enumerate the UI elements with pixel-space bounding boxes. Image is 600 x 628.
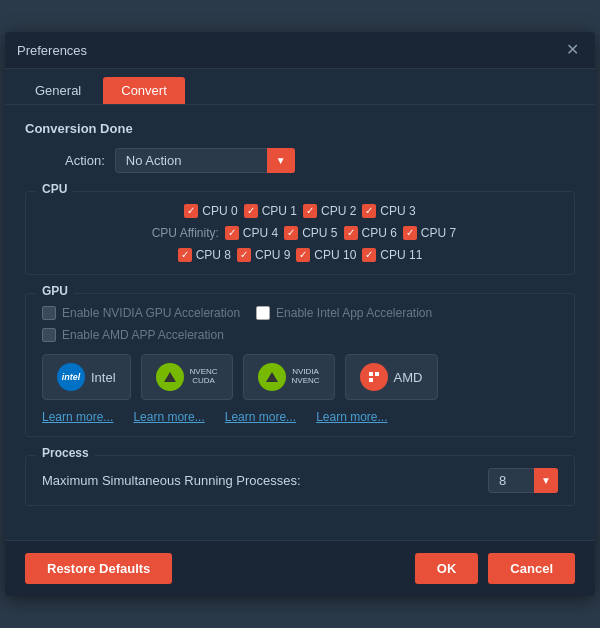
- ok-button[interactable]: OK: [415, 553, 479, 584]
- cpu-7-label: CPU 7: [421, 226, 456, 240]
- cpu-3-item: CPU 3: [362, 204, 415, 218]
- gpu-card-nvenc-cuda-main: NVENC CUDA: [156, 363, 218, 391]
- cpu-6-checkbox[interactable]: [344, 226, 358, 240]
- process-dropdown-wrapper: 1234 5678 9101112 ▼: [488, 468, 558, 493]
- gpu-section-title: GPU: [36, 284, 74, 298]
- nvidia-nvenc-label: NVIDIA NVENC: [292, 368, 320, 386]
- cpu-6-label: CPU 6: [362, 226, 397, 240]
- intel-label: Enable Intel App Acceleration: [276, 306, 432, 320]
- amd-checkbox[interactable]: [42, 328, 56, 342]
- cpu-11-item: CPU 11: [362, 248, 422, 262]
- intel-card-label: Intel: [91, 370, 116, 385]
- gpu-card-nvidia-nvenc-main: NVIDIA NVENC: [258, 363, 320, 391]
- cpu-5-checkbox[interactable]: [284, 226, 298, 240]
- cpu-2-label: CPU 2: [321, 204, 356, 218]
- gpu-card-intel[interactable]: intel Intel: [42, 354, 131, 400]
- learn-more-nvenc-cuda[interactable]: Learn more...: [133, 410, 204, 424]
- cpu-8-label: CPU 8: [196, 248, 231, 262]
- preferences-dialog: Preferences ✕ General Convert Conversion…: [5, 32, 595, 596]
- learn-more-amd[interactable]: Learn more...: [316, 410, 387, 424]
- cpu-2-item: CPU 2: [303, 204, 356, 218]
- cpu-0-label: CPU 0: [202, 204, 237, 218]
- gpu-card-intel-main: intel Intel: [57, 363, 116, 391]
- gpu-card-amd[interactable]: AMD: [345, 354, 438, 400]
- amd-label: Enable AMD APP Acceleration: [62, 328, 224, 342]
- footer: Restore Defaults OK Cancel: [5, 540, 595, 596]
- cpu-4-item: CPU 4: [225, 226, 278, 240]
- gpu-card-nvidia-nvenc[interactable]: NVIDIA NVENC: [243, 354, 335, 400]
- tab-general[interactable]: General: [17, 77, 99, 104]
- cpu-4-label: CPU 4: [243, 226, 278, 240]
- dialog-title: Preferences: [17, 43, 87, 58]
- gpu-cards: intel Intel NVENC CUDA: [42, 354, 558, 400]
- learn-more-intel[interactable]: Learn more...: [42, 410, 113, 424]
- process-dropdown[interactable]: 1234 5678 9101112: [488, 468, 558, 493]
- gpu-card-nvenc-cuda[interactable]: NVENC CUDA: [141, 354, 233, 400]
- cpu-1-item: CPU 1: [244, 204, 297, 218]
- action-label: Action:: [65, 153, 105, 168]
- cpu-8-checkbox[interactable]: [178, 248, 192, 262]
- tab-convert[interactable]: Convert: [103, 77, 185, 104]
- cpu-1-checkbox[interactable]: [244, 204, 258, 218]
- conversion-done-section: Conversion Done Action: No Action Shutdo…: [25, 121, 575, 173]
- cpu-2-checkbox[interactable]: [303, 204, 317, 218]
- gpu-card-amd-main: AMD: [360, 363, 423, 391]
- cancel-button[interactable]: Cancel: [488, 553, 575, 584]
- intel-logo-icon: intel: [57, 363, 85, 391]
- gpu-row-1: Enable NVIDIA GPU Acceleration Enable In…: [42, 306, 558, 320]
- intel-option: Enable Intel App Acceleration: [256, 306, 432, 320]
- cpu-10-item: CPU 10: [296, 248, 356, 262]
- footer-right: OK Cancel: [415, 553, 575, 584]
- cpu-grid: CPU 0 CPU 1 CPU 2 CPU 3: [42, 204, 558, 262]
- cpu-3-checkbox[interactable]: [362, 204, 376, 218]
- cpu-0-checkbox[interactable]: [184, 204, 198, 218]
- cpu-9-label: CPU 9: [255, 248, 290, 262]
- cpu-10-checkbox[interactable]: [296, 248, 310, 262]
- cpu-affinity-row: CPU Affinity: CPU 4 CPU 5 CPU 6: [144, 226, 456, 240]
- action-dropdown[interactable]: No Action Shutdown Sleep Hibernate: [115, 148, 295, 173]
- cpu-9-item: CPU 9: [237, 248, 290, 262]
- action-row: Action: No Action Shutdown Sleep Hiberna…: [25, 148, 575, 173]
- title-bar: Preferences ✕: [5, 32, 595, 69]
- gpu-section: GPU Enable NVIDIA GPU Acceleration Enabl…: [25, 293, 575, 437]
- nvidia-option: Enable NVIDIA GPU Acceleration: [42, 306, 240, 320]
- cpu-11-label: CPU 11: [380, 248, 422, 262]
- cpu-3-label: CPU 3: [380, 204, 415, 218]
- restore-defaults-button[interactable]: Restore Defaults: [25, 553, 172, 584]
- close-button[interactable]: ✕: [562, 40, 583, 60]
- process-section-title: Process: [36, 446, 95, 460]
- learn-more-row: Learn more... Learn more... Learn more..…: [42, 410, 558, 424]
- cpu-11-checkbox[interactable]: [362, 248, 376, 262]
- cpu-1-label: CPU 1: [262, 204, 297, 218]
- nvidia-nvenc-logo-icon: [258, 363, 286, 391]
- svg-rect-4: [369, 372, 373, 376]
- content-area: Conversion Done Action: No Action Shutdo…: [5, 105, 595, 540]
- amd-option: Enable AMD APP Acceleration: [42, 328, 224, 342]
- cpu-affinity-label: CPU Affinity:: [144, 226, 219, 240]
- cpu-section: CPU CPU 0 CPU 1 CPU 2: [25, 191, 575, 275]
- action-dropdown-wrapper: No Action Shutdown Sleep Hibernate ▼: [115, 148, 295, 173]
- cpu-6-item: CPU 6: [344, 226, 397, 240]
- cpu-section-title: CPU: [36, 182, 73, 196]
- learn-more-nvidia-nvenc[interactable]: Learn more...: [225, 410, 296, 424]
- gpu-options: Enable NVIDIA GPU Acceleration Enable In…: [42, 306, 558, 342]
- conversion-done-title: Conversion Done: [25, 121, 575, 136]
- cpu-0-item: CPU 0: [184, 204, 237, 218]
- cpu-8-item: CPU 8: [178, 248, 231, 262]
- process-row: Maximum Simultaneous Running Processes: …: [42, 468, 558, 493]
- nvenc-cuda-label: NVENC CUDA: [190, 368, 218, 386]
- cpu-9-checkbox[interactable]: [237, 248, 251, 262]
- nvidia-label: Enable NVIDIA GPU Acceleration: [62, 306, 240, 320]
- cpu-7-checkbox[interactable]: [403, 226, 417, 240]
- nvenc-cuda-logo-icon: [156, 363, 184, 391]
- amd-logo-icon: [360, 363, 388, 391]
- svg-rect-5: [375, 372, 379, 376]
- tabs-bar: General Convert: [5, 69, 595, 105]
- nvidia-checkbox[interactable]: [42, 306, 56, 320]
- cpu-5-label: CPU 5: [302, 226, 337, 240]
- cpu-4-checkbox[interactable]: [225, 226, 239, 240]
- intel-checkbox[interactable]: [256, 306, 270, 320]
- process-section: Process Maximum Simultaneous Running Pro…: [25, 455, 575, 506]
- gpu-row-2: Enable AMD APP Acceleration: [42, 328, 558, 342]
- cpu-row-3: CPU 8 CPU 9 CPU 10 CPU 11: [178, 248, 423, 262]
